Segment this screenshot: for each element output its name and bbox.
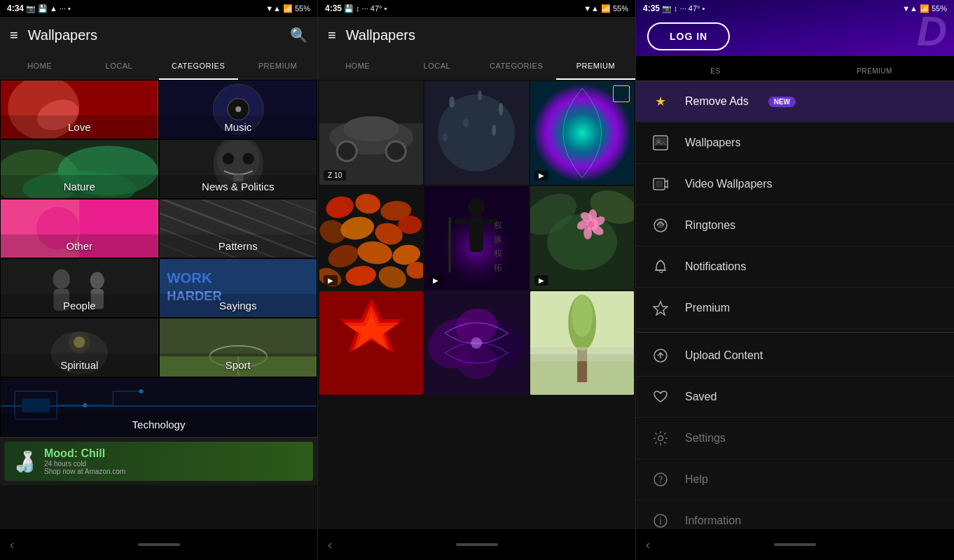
- category-newspolitics[interactable]: News & Politics: [159, 139, 318, 199]
- menu-item-ringtones[interactable]: Ringtones: [636, 205, 954, 246]
- menu-item-premium[interactable]: Premium: [636, 288, 954, 329]
- tab-home-2[interactable]: HOME: [318, 53, 397, 80]
- panel-premium: 4:35 💾 ↕ ··· 47° • ▼▲ 📶 55% ≡ Wallpapers…: [318, 0, 636, 560]
- play-icon-flower: ▶: [539, 276, 544, 284]
- icons-2: 💾 ↕: [344, 4, 360, 13]
- category-spiritual-label: Spiritual: [1, 354, 158, 377]
- svg-point-58: [343, 116, 399, 141]
- time-2: 4:35: [325, 4, 342, 13]
- video-wallpapers-menu-label: Video Wallpapers: [685, 178, 773, 190]
- wp-badge-video-stones: ▶: [324, 275, 338, 286]
- bottle-icon: 🍶: [13, 450, 37, 473]
- tab-local-1[interactable]: LOCAL: [79, 53, 158, 80]
- wp-item-swirl[interactable]: ▶: [530, 81, 634, 185]
- menu-icon-1[interactable]: ≡: [10, 27, 18, 43]
- category-music[interactable]: Music: [159, 80, 318, 139]
- category-nature[interactable]: Nature: [0, 139, 159, 199]
- menu-divider: [636, 332, 954, 332]
- ad-title: Mood: Chill: [44, 447, 125, 460]
- svg-point-62: [438, 94, 515, 172]
- category-patterns[interactable]: Patterns: [159, 199, 318, 258]
- svg-text:?: ?: [658, 475, 663, 485]
- svg-text:权: 权: [493, 220, 502, 230]
- battery-1: 55%: [295, 4, 310, 13]
- nav-tabs-1: HOME LOCAL CATEGORIES PREMIUM: [0, 53, 317, 80]
- wifi-3: 📶: [920, 4, 929, 13]
- category-love-label: Love: [1, 115, 158, 139]
- tab-categories-1[interactable]: CATEGORIES: [159, 53, 238, 80]
- wifi-icon-1: ▲: [50, 4, 57, 13]
- top-bar-1: ≡ Wallpapers 🔍: [0, 17, 317, 53]
- dot-1: •: [68, 4, 71, 13]
- svg-point-32: [90, 272, 104, 289]
- login-button[interactable]: LOG IN: [647, 22, 730, 50]
- svg-point-123: [572, 295, 593, 337]
- wp-badge-video-swirl: ▶: [534, 170, 548, 181]
- category-sayings-label: Sayings: [160, 294, 317, 317]
- home-indicator-1: [138, 543, 180, 546]
- svg-point-117: [471, 337, 482, 349]
- wp-item-car[interactable]: Z 10: [319, 81, 423, 185]
- tab-home-1[interactable]: HOME: [0, 53, 79, 80]
- menu-item-saved[interactable]: Saved: [636, 377, 954, 418]
- back-icon-1[interactable]: ‹: [10, 538, 14, 552]
- svg-point-105: [583, 227, 592, 239]
- category-people[interactable]: People: [0, 258, 159, 318]
- wp-item-figure[interactable]: 权 族 权 拓 ▶: [424, 186, 528, 290]
- category-spiritual[interactable]: Spiritual: [0, 318, 159, 377]
- categories-content: Love Music: [0, 80, 317, 529]
- svg-rect-124: [530, 347, 634, 361]
- wp-item-rain[interactable]: [424, 81, 528, 185]
- menu-item-wallpapers[interactable]: Wallpapers: [636, 122, 954, 164]
- search-icon-1[interactable]: 🔍: [290, 27, 307, 43]
- category-love[interactable]: Love: [0, 80, 159, 139]
- category-sayings[interactable]: WORK HARDER Sayings: [159, 258, 318, 318]
- menu-item-information[interactable]: i Information: [636, 500, 954, 529]
- wp-item-flower[interactable]: ▶: [530, 186, 634, 290]
- z-icon: Z: [328, 172, 332, 179]
- menu-item-upload[interactable]: Upload Content: [636, 335, 954, 377]
- tab-local-2[interactable]: LOCAL: [397, 53, 476, 80]
- menu-tab-premium[interactable]: PREMIUM: [795, 62, 954, 81]
- wp-item-tree[interactable]: [530, 291, 634, 395]
- wp-item-stones[interactable]: ▶: [319, 186, 423, 290]
- information-menu-label: Information: [685, 514, 741, 527]
- wp-item-holo[interactable]: [424, 291, 528, 395]
- svg-point-65: [499, 103, 503, 115]
- category-sport[interactable]: Sport: [159, 318, 318, 377]
- signal-2: ▼▲: [583, 4, 599, 13]
- category-technology[interactable]: Technology: [0, 377, 317, 437]
- dots-2: ···: [362, 4, 368, 13]
- menu-item-notifications[interactable]: Notifications: [636, 246, 954, 288]
- wp-item-red[interactable]: [319, 291, 423, 395]
- home-indicator-2: [456, 543, 498, 546]
- svg-text:族: 族: [494, 234, 502, 244]
- svg-text:拓: 拓: [493, 262, 502, 272]
- menu-item-remove-ads[interactable]: ★ Remove Ads NEW: [636, 81, 954, 122]
- back-icon-3[interactable]: ‹: [646, 538, 650, 552]
- nav-tabs-2: HOME LOCAL CATEGORIES PREMIUM: [318, 53, 635, 80]
- ad-banner[interactable]: 🍶 Mood: Chill 24 hours cold Shop now at …: [0, 437, 317, 485]
- tab-premium-1[interactable]: PREMIUM: [238, 53, 317, 80]
- menu-item-video-wallpapers[interactable]: Video Wallpapers: [636, 164, 954, 205]
- menu-item-settings[interactable]: Settings: [636, 418, 954, 459]
- ringtones-icon: [650, 215, 671, 236]
- back-icon-2[interactable]: ‹: [328, 538, 332, 552]
- menu-item-help[interactable]: ? Help: [636, 459, 954, 500]
- panel-menu: D 4:35 📷 ↕ ··· 47° • ▼▲ 📶 55% LOG IN ES …: [636, 0, 954, 560]
- wallpapers-content: Z 10: [318, 80, 635, 529]
- svg-point-16: [242, 153, 254, 164]
- svg-point-64: [478, 90, 482, 100]
- tab-premium-2[interactable]: PREMIUM: [556, 53, 635, 80]
- dot-3: •: [702, 4, 705, 13]
- dots-1: ···: [60, 4, 66, 13]
- menu-tab-es[interactable]: ES: [636, 62, 795, 81]
- category-other[interactable]: Other: [0, 199, 159, 258]
- svg-point-59: [337, 141, 357, 161]
- icons-3: 📷 ↕: [662, 4, 678, 13]
- tab-categories-2[interactable]: CATEGORIES: [477, 53, 556, 80]
- settings-menu-label: Settings: [685, 432, 726, 444]
- menu-icon-2[interactable]: ≡: [328, 27, 336, 43]
- app-title-2: Wallpapers: [346, 27, 415, 43]
- wp-badge-video-figure: ▶: [429, 275, 443, 286]
